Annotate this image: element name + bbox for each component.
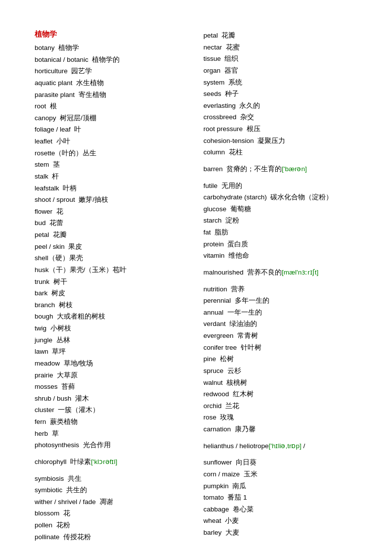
list-item: petal 花瓣 — [35, 229, 189, 241]
entry-chinese: 脂肪 — [215, 229, 228, 236]
list-item: meadow 草地/牧场 — [35, 358, 189, 370]
entry-english: helianthus / heliotrope — [204, 442, 269, 450]
list-item: bough 大或者粗的树枝 — [35, 311, 189, 323]
list-item: bud 花蕾 — [35, 217, 189, 229]
list-item: jungle 丛林 — [35, 334, 189, 346]
entry-english: glucose — [204, 205, 227, 213]
entry-chinese: 叶柄 — [63, 185, 77, 192]
entry-phonetic: ['bærən] — [282, 165, 307, 173]
entry-english: symbiosis — [35, 475, 64, 482]
entry-english: leafstalk — [35, 185, 59, 192]
entry-chinese: 树枝 — [59, 301, 73, 309]
entry-english: barren — [204, 165, 223, 173]
list-item: fern 蕨类植物 — [35, 416, 189, 428]
entry-english: nectar — [204, 44, 222, 51]
entry-chinese: 大或者粗的树枝 — [57, 313, 105, 320]
entry-chinese: 茎 — [53, 161, 60, 168]
entry-english: sunflower — [204, 459, 232, 466]
entry-chinese: 花瓣 — [53, 231, 67, 238]
entry-chinese: 云杉 — [227, 367, 241, 374]
entry-chinese: 组织 — [224, 55, 238, 62]
entry-english: everlasting — [204, 102, 236, 109]
list-item: everlasting 永久的 — [204, 100, 358, 112]
main-content: 植物学 botany 植物学botanical / botanic 植物学的ho… — [35, 30, 357, 543]
entry-chinese: 苔藓 — [61, 383, 75, 390]
entry-english: herb — [35, 430, 48, 437]
entry-english: orchid — [204, 402, 222, 410]
spacer — [204, 452, 358, 457]
entry-chinese: 小叶 — [56, 138, 70, 145]
entry-english: tissue — [204, 55, 221, 62]
list-item: vitamin 维他命 — [204, 250, 358, 262]
list-item: helianthus / heliotrope['hɪliə,trɒp] / — [204, 440, 358, 452]
entry-english: stem — [35, 161, 49, 168]
list-item: photosynthesis 光合作用 — [35, 439, 189, 451]
list-item: chlorophyll 叶绿素['klɔrəfɪl] — [35, 456, 189, 468]
list-item: shrub / bush 灌木 — [35, 393, 189, 405]
list-item: organ 器官 — [204, 65, 358, 77]
entry-chinese: 多年一生的 — [235, 297, 269, 304]
list-item: symbiotic 共生的 — [35, 484, 189, 496]
entry-chinese: 永久的 — [239, 102, 260, 109]
list-item: fat 脂肪 — [204, 227, 358, 238]
entry-chinese: 嫩芽/抽枝 — [79, 196, 108, 203]
entry-english: column — [204, 148, 225, 156]
entry-english: barley — [204, 529, 222, 536]
entry-chinese: 大草原 — [57, 371, 78, 379]
list-item: aquatic plant 水生植物 — [35, 77, 189, 89]
entry-english: pine — [204, 355, 217, 363]
entry-english: protein — [204, 240, 224, 248]
entry-english: tomato — [204, 494, 224, 501]
entry-english: trunk — [35, 278, 49, 285]
entry-english: symbiotic — [35, 486, 62, 494]
entry-english: chlorophyll — [35, 458, 67, 465]
entry-chinese: 营养 — [231, 285, 245, 293]
entry-chinese: 丛林 — [56, 336, 70, 344]
entry-chinese: 寄生植物 — [79, 91, 106, 98]
list-item: root pressure 根压 — [204, 123, 358, 135]
entry-chinese: 共生 — [68, 475, 82, 482]
left-column: 植物学 botany 植物学botanical / botanic 植物学的ho… — [35, 30, 189, 543]
entry-english: bud — [35, 219, 46, 227]
entry-english: peel / skin — [35, 243, 65, 250]
list-item: rose 玫瑰 — [204, 412, 358, 423]
entry-english: fern — [35, 418, 46, 425]
entry-chinese: 玫瑰 — [220, 414, 234, 421]
list-item: protein 蛋白质 — [204, 238, 358, 250]
entry-chinese: 灌木 — [75, 395, 89, 402]
entry-chinese: 草地/牧场 — [64, 360, 93, 367]
entry-english: pumpkin — [204, 482, 229, 490]
entry-english: perennial — [204, 297, 231, 304]
list-item: shoot / sprout 嫩芽/抽枝 — [35, 194, 189, 206]
entry-chinese: 草坪 — [52, 348, 66, 355]
entry-english: redwood — [204, 390, 229, 398]
list-item: stalk 杆 — [35, 171, 189, 183]
entry-chinese: 植物学 — [58, 44, 79, 51]
spacer — [204, 262, 358, 267]
entry-english: malnourished — [204, 269, 244, 276]
entry-english: conifer tree — [204, 344, 237, 351]
list-item: twig 小树枝 — [35, 323, 189, 334]
entry-chinese: 共生的 — [66, 486, 87, 494]
entry-chinese: 红木树 — [233, 390, 254, 398]
entry-english: cohesion-tension — [204, 137, 254, 144]
entry-chinese: 园艺学 — [71, 67, 92, 75]
entry-chinese: 兰花 — [225, 402, 239, 410]
list-item: nectar 花蜜 — [204, 42, 358, 53]
list-item: barley 大麦 — [204, 527, 358, 539]
entry-chinese: 花柱 — [229, 148, 243, 156]
entry-chinese: 小树枝 — [50, 324, 71, 332]
entry-english: bough — [35, 313, 53, 320]
entry-phonetic: [mæl'nɜːrɪʃt] — [282, 269, 318, 276]
list-item: horticulture 园艺学 — [35, 65, 189, 77]
list-item: symbiosis 共生 — [35, 473, 189, 485]
entry-english: shoot / sprout — [35, 196, 75, 203]
entry-chinese: 葡萄糖 — [230, 205, 251, 213]
entry-chinese: 杂交 — [240, 113, 254, 121]
entry-english: stalk — [35, 173, 48, 180]
entry-english: photosynthesis — [35, 441, 79, 449]
entry-english: mosses — [35, 383, 58, 390]
spacer — [204, 158, 358, 163]
spacer — [35, 451, 189, 456]
list-item: verdant 绿油油的 — [204, 318, 358, 330]
